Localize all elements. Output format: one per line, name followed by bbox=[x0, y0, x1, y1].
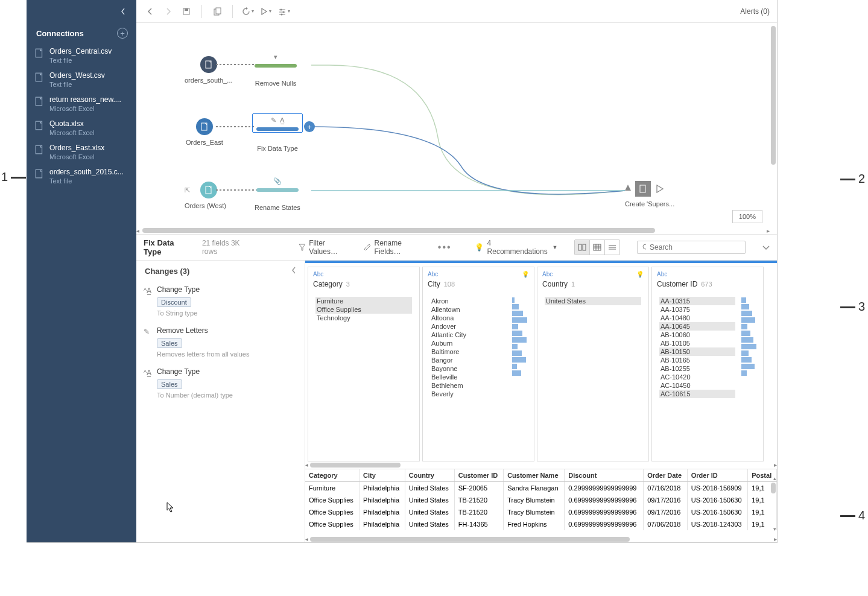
svg-rect-9 bbox=[216, 8, 221, 14]
add-step-button[interactable]: + bbox=[304, 121, 315, 132]
view-profile-button[interactable] bbox=[575, 240, 590, 255]
back-button[interactable] bbox=[144, 5, 157, 18]
profile-value[interactable]: United States bbox=[545, 297, 641, 305]
top-toolbar: ▾ ▾ ▾ Alerts (0) bbox=[136, 0, 777, 23]
field-count: 673 bbox=[701, 281, 712, 288]
run-output-icon[interactable] bbox=[656, 185, 664, 193]
profile-value[interactable]: AC-10450 bbox=[659, 381, 735, 390]
profile-value[interactable]: Bethlehem bbox=[430, 381, 506, 390]
profile-value[interactable]: AB-10255 bbox=[659, 364, 735, 373]
profile-card-country[interactable]: Abc💡 Country1 United States bbox=[537, 267, 649, 461]
view-grid-button[interactable] bbox=[590, 240, 605, 255]
grid-header[interactable]: Customer ID bbox=[454, 469, 503, 482]
profile-value[interactable]: Andover bbox=[430, 322, 506, 331]
profile-value[interactable]: AB-10105 bbox=[659, 339, 735, 347]
profile-value[interactable]: Beverly bbox=[430, 390, 506, 398]
profile-value[interactable]: AC-10420 bbox=[659, 373, 735, 381]
more-options-button[interactable]: ••• bbox=[438, 242, 452, 253]
settings-button[interactable]: ▾ bbox=[277, 5, 291, 18]
data-sample-button[interactable] bbox=[211, 5, 224, 18]
search-box[interactable] bbox=[637, 241, 746, 254]
profile-card-customer-id[interactable]: Abc Customer ID673 AA-10315AA-10375AA-10… bbox=[651, 267, 764, 461]
flow-canvas[interactable]: orders_south_... Orders_East ⇱ Orders (W… bbox=[136, 23, 777, 234]
canvas-hscroll[interactable]: ◂▸ bbox=[136, 227, 770, 234]
zoom-indicator[interactable]: 100% bbox=[732, 210, 762, 223]
profile-value[interactable]: Auburn bbox=[430, 339, 506, 347]
profile-card-category[interactable]: Abc Category3 FurnitureOffice SuppliesTe… bbox=[308, 267, 420, 461]
grid-header[interactable]: Postal bbox=[748, 469, 777, 482]
flow-output-create-superstore[interactable]: Create 'Supers... bbox=[625, 181, 674, 208]
grid-header[interactable]: City bbox=[360, 469, 405, 482]
profile-value[interactable]: AB-10165 bbox=[659, 356, 735, 364]
profile-value[interactable]: Office Supplies bbox=[315, 305, 412, 314]
forward-button[interactable] bbox=[162, 5, 175, 18]
file-icon bbox=[35, 169, 43, 179]
profile-value[interactable]: AC-10615 bbox=[659, 390, 735, 398]
save-button[interactable] bbox=[180, 5, 193, 18]
profile-value[interactable]: AA-10645 bbox=[659, 322, 735, 331]
change-item-2[interactable]: ᴬA̲Change Type Sales To Number (decimal)… bbox=[142, 364, 299, 405]
canvas-vscroll[interactable] bbox=[770, 23, 777, 234]
collapse-changes-button[interactable] bbox=[291, 267, 296, 276]
grid-header[interactable]: Category bbox=[305, 469, 360, 482]
profile-value[interactable]: AB-10060 bbox=[659, 331, 735, 339]
profile-value[interactable]: Bayonne bbox=[430, 364, 506, 373]
change-item-1[interactable]: ✎Remove Letters Sales Removes letters fr… bbox=[142, 323, 299, 364]
connection-item-2[interactable]: return reasons_new....Microsoft Excel bbox=[27, 92, 136, 116]
rename-fields-button[interactable]: Rename Fields… bbox=[364, 239, 426, 256]
table-row[interactable]: Office SuppliesPhiladelphiaUnited States… bbox=[305, 518, 777, 530]
flow-input-orders-west[interactable]: ⇱ Orders (West) bbox=[185, 182, 226, 209]
refresh-button[interactable]: ▾ bbox=[241, 5, 255, 18]
profile-value[interactable]: Technology bbox=[315, 314, 412, 322]
alerts-link[interactable]: Alerts (0) bbox=[740, 7, 770, 16]
profile-value[interactable]: AA-10375 bbox=[659, 305, 735, 314]
search-input[interactable] bbox=[650, 243, 740, 252]
profile-value[interactable]: Belleville bbox=[430, 373, 506, 381]
run-button[interactable]: ▾ bbox=[259, 5, 273, 18]
connection-item-0[interactable]: Orders_Central.csvText file bbox=[27, 43, 136, 68]
table-row[interactable]: Office SuppliesPhiladelphiaUnited States… bbox=[305, 494, 777, 506]
field-count: 108 bbox=[444, 281, 455, 288]
recommendations-button[interactable]: 💡4 Recommendations▼ bbox=[475, 239, 558, 256]
flow-step-remove-nulls[interactable]: ▾ Remove Nulls bbox=[255, 53, 297, 87]
recommendation-icon[interactable]: 💡 bbox=[636, 271, 644, 277]
add-connection-button[interactable]: + bbox=[117, 28, 128, 39]
profile-value[interactable]: Akron bbox=[430, 297, 506, 305]
profile-value[interactable]: AB-10150 bbox=[659, 347, 735, 356]
profile-value[interactable]: Altoona bbox=[430, 314, 506, 322]
profile-value[interactable]: AA-10480 bbox=[659, 314, 735, 322]
grid-header[interactable]: Order ID bbox=[687, 469, 747, 482]
profile-value[interactable]: Furniture bbox=[315, 297, 412, 305]
profile-value[interactable]: Bangor bbox=[430, 356, 506, 364]
connection-type: Microsoft Excel bbox=[49, 153, 104, 160]
filter-values-button[interactable]: Filter Values… bbox=[299, 239, 353, 256]
profile-value[interactable]: Allentown bbox=[430, 305, 506, 314]
grid-header[interactable]: Country bbox=[405, 469, 454, 482]
grid-header[interactable]: Customer Name bbox=[504, 469, 565, 482]
connection-item-3[interactable]: Quota.xlsxMicrosoft Excel bbox=[27, 116, 136, 140]
profile-hscroll[interactable]: ◂▸ bbox=[305, 461, 777, 469]
expand-profile-button[interactable] bbox=[762, 242, 770, 253]
profile-value[interactable]: AA-10315 bbox=[659, 297, 735, 305]
flow-step-fix-data-type[interactable]: ✎A̲ Fix Data Type bbox=[252, 113, 303, 152]
grid-header[interactable]: Discount bbox=[565, 469, 644, 482]
profile-value[interactable]: Atlantic City bbox=[430, 331, 506, 339]
connection-item-4[interactable]: Orders_East.xlsxMicrosoft Excel bbox=[27, 140, 136, 164]
flow-step-rename-states[interactable]: 📎 Rename States bbox=[255, 177, 300, 211]
table-row[interactable]: FurniturePhiladelphiaUnited StatesSF-200… bbox=[305, 481, 777, 494]
view-list-button[interactable] bbox=[605, 240, 620, 255]
flow-input-orders-south[interactable]: orders_south_... bbox=[185, 56, 233, 84]
recommendation-icon[interactable]: 💡 bbox=[522, 271, 529, 277]
grid-cell: Office Supplies bbox=[305, 506, 360, 518]
grid-hscroll[interactable]: ◂▸ bbox=[305, 536, 777, 542]
change-item-0[interactable]: ᴬA̲Change Type Discount To String type bbox=[142, 282, 299, 323]
connection-item-1[interactable]: Orders_West.csvText file bbox=[27, 68, 136, 92]
table-row[interactable]: Office SuppliesPhiladelphiaUnited States… bbox=[305, 506, 777, 518]
flow-input-orders-east[interactable]: Orders_East bbox=[186, 118, 223, 146]
collapse-sidebar-button[interactable] bbox=[118, 7, 128, 16]
grid-vscroll[interactable]: ▴▾ bbox=[770, 483, 777, 531]
profile-card-city[interactable]: Abc💡 City108 AkronAllentownAltoonaAndove… bbox=[422, 267, 534, 461]
grid-header[interactable]: Order Date bbox=[644, 469, 688, 482]
connection-item-5[interactable]: orders_south_2015.c...Text file bbox=[27, 164, 136, 188]
profile-value[interactable]: Baltimore bbox=[430, 347, 506, 356]
